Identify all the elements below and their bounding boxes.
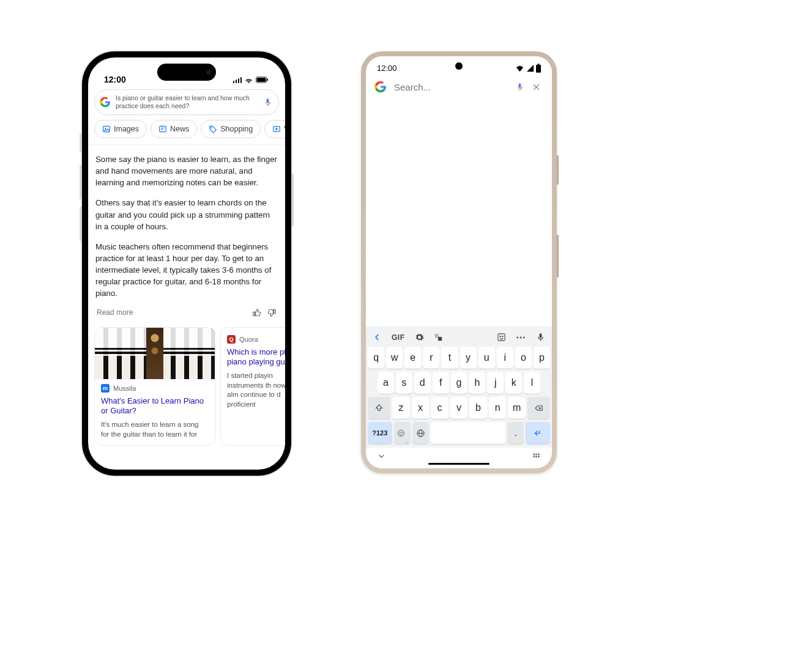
status-time: 12:00 xyxy=(377,64,397,73)
android-device-frame: 12:00 Search... GIF 文 xyxy=(361,51,557,473)
svg-rect-26 xyxy=(534,454,535,456)
svg-rect-1 xyxy=(257,78,266,82)
sticker-icon[interactable] xyxy=(497,333,506,342)
svg-rect-11 xyxy=(537,64,539,65)
wifi-icon xyxy=(244,75,253,84)
period-key[interactable]: . xyxy=(507,422,524,444)
card-snippet: It's much easier to learn a song for the… xyxy=(101,420,209,439)
hide-keyboard-icon[interactable] xyxy=(377,451,386,460)
key-c[interactable]: c xyxy=(431,397,449,419)
key-b[interactable]: b xyxy=(469,397,487,419)
key-i[interactable]: i xyxy=(497,347,513,369)
key-z[interactable]: z xyxy=(392,397,410,419)
search-bar[interactable]: Is piano or guitar easier to learn and h… xyxy=(94,89,279,115)
chip-label: News xyxy=(170,125,189,133)
key-x[interactable]: x xyxy=(412,397,430,419)
key-q[interactable]: q xyxy=(368,347,384,369)
key-l[interactable]: l xyxy=(524,372,540,394)
key-f[interactable]: f xyxy=(433,372,449,394)
news-icon xyxy=(158,125,167,133)
keyboard-row-4: ?123 , . xyxy=(368,422,550,444)
read-more-link[interactable]: Read more xyxy=(97,308,133,317)
search-placeholder: Search... xyxy=(394,82,508,92)
status-time: 12:00 xyxy=(104,75,126,84)
thumbs-down-icon[interactable] xyxy=(267,308,277,317)
dynamic-island xyxy=(157,64,216,81)
backspace-icon xyxy=(534,404,543,413)
svg-rect-27 xyxy=(535,454,537,456)
cellular-icon xyxy=(233,76,242,83)
key-r[interactable]: r xyxy=(423,347,439,369)
gear-icon[interactable] xyxy=(415,333,424,342)
result-card[interactable]: Q Quora Which is more playing piano play… xyxy=(220,327,285,446)
key-h[interactable]: h xyxy=(469,372,485,394)
key-m[interactable]: m xyxy=(508,397,526,419)
card-title[interactable]: What's Easier to Learn Piano or Guitar? xyxy=(101,396,209,417)
key-o[interactable]: o xyxy=(515,347,532,369)
battery-icon xyxy=(256,75,269,84)
voice-search-icon[interactable] xyxy=(263,98,272,107)
card-snippet: I started playin instruments th now, aft… xyxy=(227,371,285,409)
iphone-screen: 12:00 Is piano or guitar easier to learn… xyxy=(88,57,285,470)
svg-rect-10 xyxy=(536,64,541,72)
microphone-icon[interactable] xyxy=(536,333,545,342)
translate-icon[interactable]: 文 xyxy=(434,333,443,342)
svg-rect-2 xyxy=(267,79,268,81)
result-card[interactable]: m Mussila What's Easier to Learn Piano o… xyxy=(94,327,215,446)
key-s[interactable]: s xyxy=(396,372,412,394)
generative-answer: Some say the piano is easier to learn, a… xyxy=(88,145,285,300)
gboard-keyboard[interactable]: GIF 文 ⋯ q w e r t y u i o xyxy=(366,327,552,448)
tag-icon xyxy=(209,125,217,133)
symbols-key[interactable]: ?123 xyxy=(368,422,392,444)
svg-rect-28 xyxy=(538,454,540,456)
gif-button[interactable]: GIF xyxy=(392,333,405,342)
chip-shopping[interactable]: Shopping xyxy=(201,120,261,138)
emoji-key[interactable]: , xyxy=(394,422,411,444)
chip-videos[interactable]: Vide xyxy=(264,120,285,138)
key-d[interactable]: d xyxy=(414,372,431,394)
chip-label: Vide xyxy=(284,125,285,133)
key-e[interactable]: e xyxy=(404,347,421,369)
chip-row[interactable]: Images News Shopping Vide xyxy=(88,120,285,145)
key-a[interactable]: a xyxy=(378,372,394,394)
empty-content xyxy=(366,99,552,327)
answer-paragraph: Music teachers often recommend that begi… xyxy=(95,241,278,300)
voice-search-icon[interactable] xyxy=(515,83,524,92)
key-t[interactable]: t xyxy=(441,347,458,369)
key-j[interactable]: j xyxy=(487,372,504,394)
more-icon[interactable]: ⋯ xyxy=(516,331,526,343)
key-n[interactable]: n xyxy=(489,397,507,419)
svg-rect-31 xyxy=(538,456,540,458)
keyboard-row-2: a s d f g h j k l xyxy=(368,372,550,394)
search-bar[interactable]: Search... xyxy=(366,76,552,99)
shift-key[interactable] xyxy=(368,397,390,419)
home-indicator[interactable] xyxy=(428,463,490,465)
svg-rect-30 xyxy=(535,456,537,458)
svg-point-8 xyxy=(211,127,212,128)
key-u[interactable]: u xyxy=(478,347,495,369)
backspace-key[interactable] xyxy=(527,397,550,419)
image-icon xyxy=(102,125,111,133)
volume-rocker xyxy=(557,235,559,278)
key-p[interactable]: p xyxy=(534,347,550,369)
chip-images[interactable]: Images xyxy=(94,120,147,138)
key-v[interactable]: v xyxy=(450,397,468,419)
svg-point-17 xyxy=(502,336,503,337)
keyboard-switch-icon[interactable] xyxy=(532,451,541,460)
language-key[interactable] xyxy=(412,422,429,444)
spacebar-key[interactable] xyxy=(431,422,505,444)
power-button xyxy=(557,155,559,185)
thumbs-up-icon[interactable] xyxy=(252,308,261,317)
key-y[interactable]: y xyxy=(460,347,477,369)
key-k[interactable]: k xyxy=(505,372,522,394)
chip-news[interactable]: News xyxy=(151,120,197,138)
key-w[interactable]: w xyxy=(386,347,403,369)
iphone-device-frame: 12:00 Is piano or guitar easier to learn… xyxy=(82,51,291,476)
source-favicon: Q xyxy=(227,335,236,344)
key-g[interactable]: g xyxy=(451,372,467,394)
enter-key[interactable] xyxy=(526,422,550,444)
result-cards[interactable]: m Mussila What's Easier to Learn Piano o… xyxy=(88,322,285,446)
card-title[interactable]: Which is more playing piano playing guit… xyxy=(227,347,285,368)
chevron-left-icon[interactable] xyxy=(373,333,382,342)
close-icon[interactable] xyxy=(532,83,541,92)
